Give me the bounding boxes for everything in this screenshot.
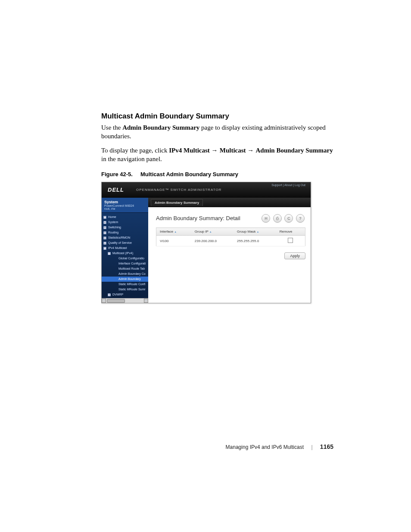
sidebar-item[interactable]: Home: [102, 215, 148, 220]
toolbar-icons: H ⎙ C ?: [260, 214, 305, 223]
page-number: 1165: [320, 443, 333, 450]
scroll-right-arrow-icon[interactable]: ›: [144, 299, 148, 303]
table-header-row: Interface▲ Group IP▲ Group Mask▲ Remove: [156, 228, 305, 236]
header-links[interactable]: Support | About | Log Out: [271, 184, 305, 187]
horizontal-scrollbar[interactable]: ‹ ›: [102, 298, 148, 303]
main-content: Admin Boundary Summary: Detail H ⎙ C ? I…: [148, 207, 311, 303]
collapse-icon[interactable]: [103, 216, 106, 219]
collapse-icon[interactable]: [103, 247, 106, 250]
tab-strip: Admin Boundary Summary: [148, 198, 311, 208]
sort-icon: ▲: [257, 230, 259, 233]
cell-group-mask: 255.255.255.0: [234, 236, 276, 246]
sidebar-item[interactable]: Switching: [102, 225, 148, 230]
help-icon[interactable]: ?: [296, 214, 305, 223]
scroll-thumb[interactable]: [107, 299, 125, 303]
expand-icon[interactable]: [103, 236, 106, 240]
separator: |: [311, 444, 312, 450]
table-row: Vl100 239.200.200.0 255.255.255.0: [156, 236, 305, 246]
nav-path-1: IPv4 Multicast: [169, 147, 210, 154]
col-label: Group Mask: [237, 230, 256, 233]
summary-table: Interface▲ Group IP▲ Group Mask▲ Remove …: [156, 227, 305, 246]
sidebar-item-label: Switching: [108, 225, 121, 230]
sidebar-item[interactable]: DVMRP: [102, 292, 148, 297]
expand-icon[interactable]: [103, 226, 106, 229]
sidebar-item[interactable]: Admin Boundary Co: [102, 271, 148, 277]
sidebar-item-label: IPv4 Multicast: [108, 246, 127, 251]
sidebar-item-label: Home: [108, 215, 116, 220]
nav-path-2: Multicast: [220, 147, 246, 154]
sidebar-item[interactable]: Global Configuratio: [102, 256, 148, 261]
sidebar-item[interactable]: Static MRoute Sumr: [102, 287, 148, 292]
nav-sidebar: System PowerConnect M8024 root, r/w Home…: [102, 198, 148, 303]
cell-remove: [276, 236, 305, 246]
refresh-icon[interactable]: C: [284, 214, 293, 223]
sidebar-item[interactable]: Admin Boundary: [102, 277, 148, 282]
sidebar-item[interactable]: Interface Configurati: [102, 261, 148, 266]
emphasis: Admin Boundary Summary: [122, 124, 199, 131]
sidebar-item-label: Static MRoute Confi: [118, 282, 145, 287]
tab-admin-boundary-summary[interactable]: Admin Boundary Summary: [151, 199, 203, 206]
section-heading: Multicast Admin Boundary Summary: [101, 112, 333, 121]
cell-group-ip: 239.200.200.0: [191, 236, 234, 246]
text: To display the page, click: [101, 147, 169, 154]
text: Use the: [101, 124, 122, 131]
collapse-icon[interactable]: [108, 252, 111, 255]
sort-icon: ▲: [174, 230, 177, 233]
sidebar-header: System PowerConnect M8024 root, r/w: [102, 198, 148, 213]
sidebar-item-label: Interface Configurati: [118, 261, 146, 266]
arrow-icon: →: [212, 146, 220, 154]
remove-checkbox[interactable]: [288, 238, 293, 243]
sidebar-item[interactable]: Multicast Route Tab: [102, 266, 148, 271]
intro-paragraph: Use the Admin Boundary Summary page to d…: [101, 123, 333, 141]
dell-logo: DELL: [108, 187, 124, 193]
sidebar-user: root, r/w: [104, 207, 146, 210]
arrow-icon: →: [247, 146, 255, 154]
sidebar-item-label: Static MRoute Sumr: [118, 287, 146, 292]
apply-button[interactable]: Apply: [284, 252, 305, 259]
col-interface[interactable]: Interface▲: [156, 228, 191, 236]
app-header: DELL OPENMANAGE™ SWITCH ADMINISTRATOR Su…: [102, 182, 311, 198]
nav-paragraph: To display the page, click IPv4 Multicas…: [101, 146, 333, 164]
sidebar-item[interactable]: Multicast (IPv4): [102, 251, 148, 256]
sidebar-item[interactable]: Routing: [102, 230, 148, 235]
sidebar-item-label: Admin Boundary: [118, 277, 141, 282]
figure-number: Figure 42-5.: [101, 171, 133, 177]
sidebar-subtitle: PowerConnect M8024: [104, 204, 146, 207]
sidebar-item[interactable]: System: [102, 220, 148, 225]
print-icon[interactable]: ⎙: [273, 214, 282, 223]
save-icon[interactable]: H: [262, 214, 270, 223]
sidebar-item[interactable]: Quality of Service: [102, 240, 148, 246]
page-footer: Managing IPv4 and IPv6 Multicast | 1165: [226, 443, 333, 450]
sidebar-item-label: Multicast Route Tab: [118, 266, 145, 271]
figure-caption: Figure 42-5.Multicast Admin Boundary Sum…: [101, 171, 333, 177]
nav-path-3: Admin Boundary Summary: [256, 147, 333, 154]
expand-icon[interactable]: [103, 221, 106, 224]
text: in the navigation panel.: [101, 156, 162, 162]
cell-interface: Vl100: [156, 236, 191, 246]
sidebar-item-label: System: [108, 220, 118, 225]
sidebar-tree: HomeSystemSwitchingRoutingStatistics/RMO…: [102, 213, 148, 303]
expand-icon[interactable]: [108, 293, 111, 296]
app-title: OPENMANAGE™ SWITCH ADMINISTRATOR: [136, 188, 221, 192]
screenshot: DELL OPENMANAGE™ SWITCH ADMINISTRATOR Su…: [101, 182, 311, 303]
sidebar-item[interactable]: Statistics/RMON: [102, 235, 148, 240]
sidebar-item-label: Admin Boundary Co: [118, 271, 146, 277]
expand-icon[interactable]: [103, 231, 106, 234]
expand-icon[interactable]: [103, 242, 106, 245]
sidebar-item-label: DVMRP: [112, 292, 123, 297]
chapter-title: Managing IPv4 and IPv6 Multicast: [226, 444, 304, 450]
sidebar-item-label: Quality of Service: [108, 240, 132, 246]
sidebar-item-label: Global Configuratio: [118, 256, 144, 261]
scroll-left-arrow-icon[interactable]: ‹: [102, 299, 106, 303]
sidebar-item-label: Statistics/RMON: [108, 235, 130, 240]
sidebar-item[interactable]: Static MRoute Confi: [102, 282, 148, 287]
sidebar-item[interactable]: IPv4 Multicast: [102, 246, 148, 251]
col-group-mask[interactable]: Group Mask▲: [234, 228, 276, 236]
col-label: Group IP: [195, 230, 209, 233]
sidebar-item-label: Routing: [108, 230, 118, 235]
col-remove: Remove: [276, 228, 305, 236]
col-label: Interface: [160, 230, 173, 233]
sort-icon: ▲: [209, 230, 212, 233]
col-label: Remove: [280, 230, 293, 233]
col-group-ip[interactable]: Group IP▲: [191, 228, 234, 236]
